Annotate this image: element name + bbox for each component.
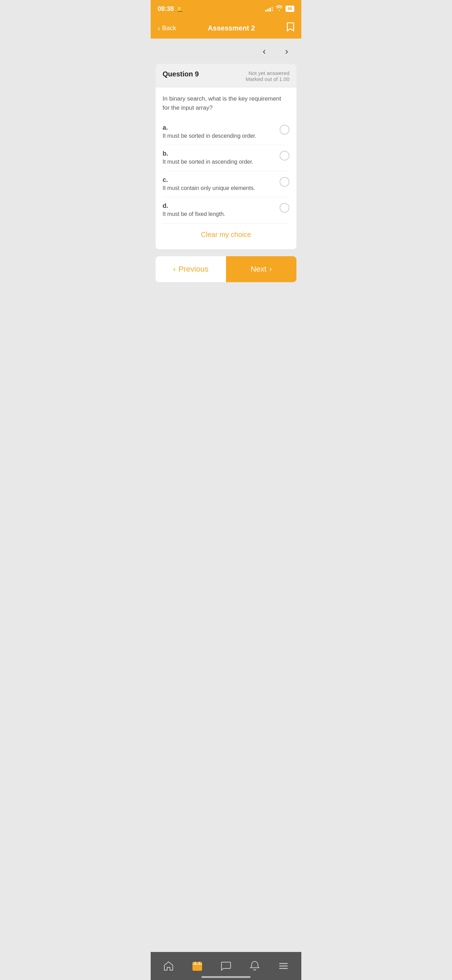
question-text: In binary search, what is the key requir… [162, 94, 290, 112]
notification-bell-icon: 🔔 [177, 6, 184, 12]
bookmark-icon[interactable] [286, 22, 294, 34]
question-card: Question 9 Not yet answered Marked out o… [156, 64, 296, 249]
question-number: Question 9 [162, 70, 199, 78]
option-c-label: c. [162, 176, 276, 184]
option-b-label: b. [162, 150, 276, 158]
option-d-label: d. [162, 202, 276, 210]
option-b-text: It must be sorted in ascending order. [162, 159, 253, 165]
option-d-content: d. It must be of fixed length. [162, 202, 276, 218]
option-b-content: b. It must be sorted in ascending order. [162, 150, 276, 166]
next-arrow-button[interactable]: › [279, 43, 294, 59]
status-not-answered: Not yet answered [246, 70, 290, 76]
option-c-text: It must contain only unique elements. [162, 185, 255, 191]
option-b[interactable]: b. It must be sorted in ascending order. [162, 145, 290, 171]
option-a[interactable]: a. It must be sorted in descending order… [162, 119, 290, 145]
next-button[interactable]: Next › [226, 256, 296, 282]
option-a-text: It must be sorted in descending order. [162, 133, 256, 139]
question-status: Not yet answered Marked out of 1.00 [246, 70, 290, 82]
option-a-content: a. It must be sorted in descending order… [162, 124, 276, 140]
prev-button-label: Previous [178, 265, 208, 274]
status-bar: 08:38 🔔 96 [151, 0, 301, 18]
next-button-label: Next [250, 265, 266, 274]
wifi-icon [276, 5, 283, 12]
option-c-content: c. It must contain only unique elements. [162, 176, 276, 192]
back-label: Back [162, 24, 176, 32]
status-marked-out: Marked out of 1.00 [246, 76, 290, 82]
prev-chevron-icon: ‹ [173, 265, 175, 274]
clear-choice-button[interactable]: Clear my choice [201, 231, 251, 239]
nav-arrows: ‹ › [151, 38, 301, 64]
nav-bar: ‹ Back Assessment 2 [151, 18, 301, 38]
nav-buttons: ‹ Previous Next › [156, 256, 296, 282]
question-header: Question 9 Not yet answered Marked out o… [156, 64, 296, 87]
clear-choice-section: Clear my choice [162, 223, 290, 246]
next-chevron-icon: › [269, 265, 272, 274]
option-d-text: It must be of fixed length. [162, 211, 225, 217]
battery-display: 96 [286, 6, 294, 12]
prev-arrow-button[interactable]: ‹ [256, 43, 272, 59]
option-d[interactable]: d. It must be of fixed length. [162, 197, 290, 223]
option-a-label: a. [162, 124, 276, 131]
option-a-radio[interactable] [280, 125, 290, 135]
option-b-radio[interactable] [280, 151, 290, 161]
signal-icon [265, 6, 273, 11]
previous-button[interactable]: ‹ Previous [156, 256, 226, 282]
page-title: Assessment 2 [208, 24, 255, 32]
option-c[interactable]: c. It must contain only unique elements. [162, 171, 290, 197]
option-d-radio[interactable] [280, 203, 290, 213]
back-chevron-icon: ‹ [158, 24, 160, 32]
option-c-radio[interactable] [280, 177, 290, 187]
time-display: 08:38 [158, 5, 174, 13]
back-button[interactable]: ‹ Back [158, 24, 176, 32]
status-time: 08:38 🔔 [158, 5, 184, 13]
question-body: In binary search, what is the key requir… [156, 87, 296, 249]
status-icons: 96 [265, 5, 294, 12]
